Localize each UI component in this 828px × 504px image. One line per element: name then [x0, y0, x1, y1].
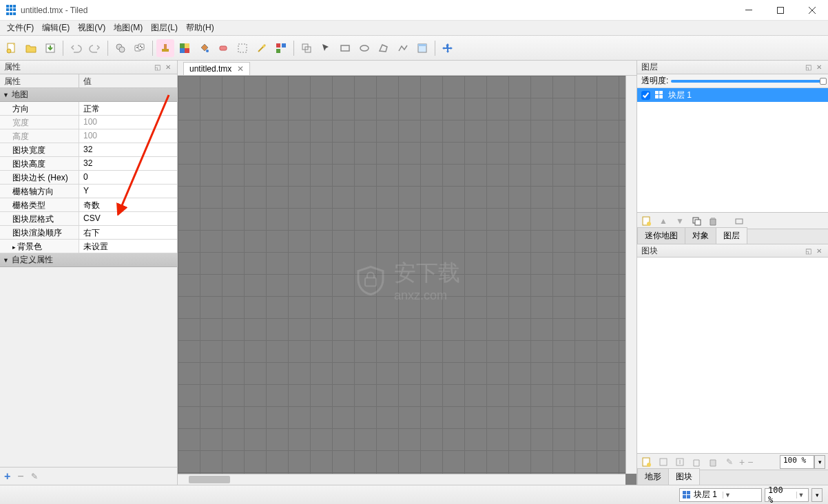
remove-property-button[interactable]: −: [17, 470, 23, 483]
zoom-stepper[interactable]: ▾: [811, 488, 822, 502]
canvas-scrollbar-v[interactable]: [625, 76, 636, 474]
add-property-button[interactable]: +: [4, 470, 10, 483]
insert-tile-button[interactable]: [413, 39, 431, 57]
tileset-zoom-stepper[interactable]: ▾: [814, 455, 825, 469]
property-row[interactable]: 方向正常: [0, 102, 177, 116]
maximize-button[interactable]: [765, 0, 796, 21]
property-row[interactable]: 图块高度32: [0, 157, 177, 171]
edit-tileset-button[interactable]: ✎: [723, 455, 736, 469]
insert-rect-button[interactable]: [336, 39, 354, 57]
property-value[interactable]: 0: [79, 171, 177, 184]
zoom-combo[interactable]: 100 % ▼: [765, 488, 809, 502]
titlebar: untitled.tmx - Tiled: [0, 0, 828, 21]
show-layer-button[interactable]: [732, 214, 746, 228]
menu-edit[interactable]: 编辑(E): [38, 21, 74, 35]
move-tool-button[interactable]: [439, 39, 457, 57]
property-value[interactable]: 100: [79, 129, 177, 143]
close-button[interactable]: [796, 0, 828, 21]
tab-tiles[interactable]: 图块: [668, 468, 700, 485]
tileset-zoom-input[interactable]: 100 %: [780, 455, 814, 469]
prop-group-custom[interactable]: ▼自定义属性: [0, 253, 177, 267]
terrain-tool-button[interactable]: [176, 39, 194, 57]
layer-item[interactable]: 块层 1: [637, 88, 828, 102]
property-row[interactable]: 图块层格式CSV: [0, 212, 177, 226]
eraser-tool-button[interactable]: [214, 39, 232, 57]
property-row[interactable]: 图块边长 (Hex)0: [0, 171, 177, 185]
menu-help[interactable]: 帮助(H): [182, 21, 218, 35]
export-tileset-button[interactable]: [673, 455, 687, 469]
tab-close-icon[interactable]: ✕: [237, 64, 244, 74]
undo-button[interactable]: [67, 39, 85, 57]
menu-view[interactable]: 视图(V): [74, 21, 110, 35]
property-row[interactable]: 图块宽度32: [0, 143, 177, 157]
fill-tool-button[interactable]: [195, 39, 213, 57]
property-value[interactable]: CSV: [79, 212, 177, 225]
delete-layer-button[interactable]: [706, 214, 720, 228]
property-value[interactable]: 100: [79, 116, 177, 129]
tab-layers[interactable]: 图层: [716, 227, 747, 244]
tileset-view[interactable]: [637, 258, 828, 453]
stamp-tool-button[interactable]: [156, 39, 174, 57]
panel-float-icon[interactable]: ◱: [152, 63, 162, 72]
property-value[interactable]: 32: [79, 157, 177, 170]
select-same-button[interactable]: [272, 39, 290, 57]
minimize-button[interactable]: [733, 0, 765, 21]
panel-close-icon[interactable]: ✕: [814, 246, 824, 255]
property-key: 图块高度: [0, 157, 79, 170]
property-row[interactable]: ▸背景色未设置: [0, 240, 177, 253]
map-canvas[interactable]: [178, 76, 636, 485]
insert-polyline-button[interactable]: [394, 39, 412, 57]
layer-up-button[interactable]: ▲: [656, 214, 670, 228]
save-file-button[interactable]: [41, 39, 59, 57]
canvas-scrollbar-h[interactable]: [178, 474, 625, 485]
property-value[interactable]: 32: [79, 143, 177, 156]
insert-polygon-button[interactable]: [375, 39, 393, 57]
property-row[interactable]: 栅格轴方向Y: [0, 185, 177, 198]
delete-tileset-button[interactable]: [706, 455, 720, 469]
property-row[interactable]: 图块渲染顺序右下: [0, 226, 177, 240]
menu-map[interactable]: 地图(M): [110, 21, 147, 35]
property-row[interactable]: 栅格类型奇数: [0, 198, 177, 212]
panel-float-icon[interactable]: ◱: [803, 246, 813, 255]
tab-terrain[interactable]: 地形: [637, 468, 669, 485]
layer-offset-button[interactable]: [298, 39, 315, 57]
open-file-button[interactable]: [22, 39, 40, 57]
layer-list[interactable]: 块层 1: [637, 88, 828, 212]
property-row[interactable]: 高度100: [0, 129, 177, 143]
command-button[interactable]: [112, 39, 130, 57]
select-rect-button[interactable]: [234, 39, 251, 57]
tileset-props-button[interactable]: [690, 455, 703, 469]
import-tileset-button[interactable]: [656, 455, 670, 469]
layer-panel-tabs: 迷你地图 对象 图层: [637, 229, 828, 244]
tab-objects[interactable]: 对象: [685, 227, 716, 244]
property-value[interactable]: 右下: [79, 226, 177, 239]
property-value[interactable]: 奇数: [79, 198, 177, 211]
random-button[interactable]: [131, 39, 149, 57]
edit-property-button[interactable]: ✎: [31, 472, 38, 481]
current-layer-combo[interactable]: 块层 1 ▼: [679, 488, 762, 502]
new-file-button[interactable]: [3, 39, 21, 57]
redo-button[interactable]: [86, 39, 104, 57]
panel-close-icon[interactable]: ✕: [163, 63, 173, 72]
object-select-button[interactable]: [317, 39, 335, 57]
opacity-slider[interactable]: [671, 80, 824, 83]
magic-wand-button[interactable]: [253, 39, 271, 57]
document-tab[interactable]: untitled.tmx ✕: [183, 62, 250, 75]
insert-ellipse-button[interactable]: [355, 39, 373, 57]
new-layer-button[interactable]: [640, 214, 654, 228]
panel-close-icon[interactable]: ✕: [814, 63, 824, 72]
prop-group-map[interactable]: ▼地图: [0, 88, 177, 102]
menu-layer[interactable]: 图层(L): [147, 21, 182, 35]
new-tileset-button[interactable]: [640, 455, 654, 469]
menu-file[interactable]: 文件(F): [3, 21, 38, 35]
svg-rect-16: [180, 48, 185, 53]
property-value[interactable]: Y: [79, 185, 177, 198]
property-row[interactable]: 宽度100: [0, 116, 177, 129]
panel-float-icon[interactable]: ◱: [803, 63, 813, 72]
layer-down-button[interactable]: ▼: [673, 214, 687, 228]
property-value[interactable]: 正常: [79, 102, 177, 115]
layer-visible-checkbox[interactable]: [641, 91, 650, 100]
duplicate-layer-button[interactable]: [690, 214, 703, 228]
tab-minimap[interactable]: 迷你地图: [637, 227, 685, 244]
property-value[interactable]: 未设置: [79, 240, 177, 253]
